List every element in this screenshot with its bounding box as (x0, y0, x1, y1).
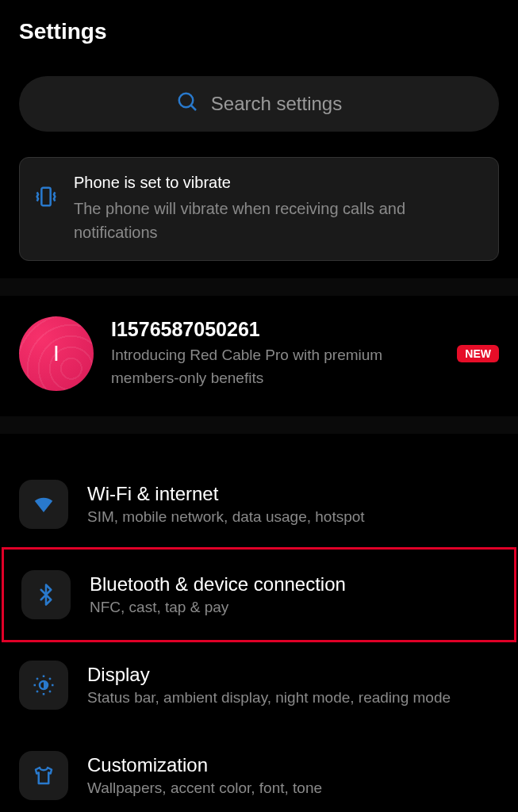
profile-content: I1576587050261 Introducing Red Cable Pro… (111, 318, 439, 389)
vibrate-title: Phone is set to vibrate (74, 174, 482, 192)
page-title: Settings (19, 19, 499, 44)
settings-list: Wi-Fi & internet SIM, mobile network, da… (0, 451, 518, 812)
item-description: Wallpapers, accent color, font, tone (87, 779, 499, 797)
svg-rect-2 (41, 188, 50, 206)
profile-row[interactable]: I I1576587050261 Introducing Red Cable P… (0, 313, 518, 399)
avatar-letter: I (53, 341, 59, 366)
item-content: Bluetooth & device connection NFC, cast,… (90, 573, 497, 616)
avatar: I (19, 316, 94, 391)
svg-line-11 (49, 678, 51, 680)
search-icon (176, 90, 200, 117)
item-content: Display Status bar, ambient display, nig… (87, 664, 499, 707)
item-content: Customization Wallpapers, accent color, … (87, 754, 499, 797)
svg-line-10 (36, 691, 38, 692)
vibrate-notification-card[interactable]: Phone is set to vibrate The phone will v… (19, 157, 499, 261)
search-input[interactable]: Search settings (19, 76, 499, 132)
settings-item-customization[interactable]: Customization Wallpapers, accent color, … (0, 730, 518, 812)
settings-item-wifi[interactable]: Wi-Fi & internet SIM, mobile network, da… (0, 459, 518, 550)
item-title: Wi-Fi & internet (87, 483, 499, 505)
vibrate-content: Phone is set to vibrate The phone will v… (74, 174, 482, 244)
svg-point-0 (179, 94, 194, 108)
bluetooth-icon (21, 570, 71, 619)
svg-line-7 (49, 691, 51, 692)
item-description: SIM, mobile network, data usage, hotspot (87, 508, 499, 526)
vibrate-icon (33, 183, 59, 210)
tshirt-icon (19, 751, 68, 800)
divider (0, 278, 518, 296)
svg-line-1 (191, 105, 196, 110)
divider (0, 416, 518, 434)
brightness-icon (19, 661, 68, 710)
profile-description: Introducing Red Cable Pro with premium m… (111, 344, 439, 389)
wifi-icon (19, 480, 68, 529)
search-placeholder: Search settings (211, 93, 342, 115)
header: Settings (0, 0, 518, 76)
item-title: Bluetooth & device connection (90, 573, 497, 596)
item-title: Display (87, 664, 499, 686)
profile-id: I1576587050261 (111, 318, 439, 341)
settings-item-display[interactable]: Display Status bar, ambient display, nig… (0, 640, 518, 730)
vibrate-description: The phone will vibrate when receiving ca… (74, 197, 482, 244)
item-description: Status bar, ambient display, night mode,… (87, 689, 499, 707)
item-content: Wi-Fi & internet SIM, mobile network, da… (87, 483, 499, 526)
item-description: NFC, cast, tap & pay (90, 599, 497, 616)
settings-item-bluetooth[interactable]: Bluetooth & device connection NFC, cast,… (2, 547, 516, 642)
item-title: Customization (87, 754, 499, 776)
new-badge: NEW (457, 345, 499, 362)
svg-line-6 (36, 678, 38, 680)
